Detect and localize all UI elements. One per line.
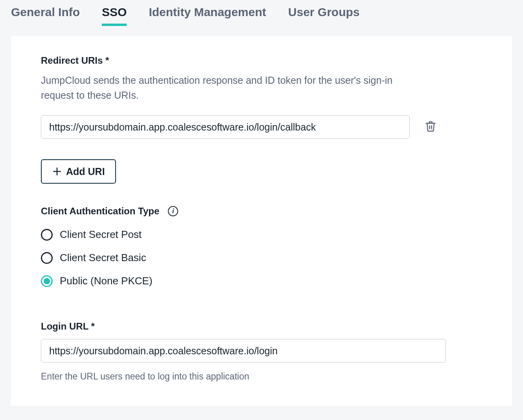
tab-sso[interactable]: SSO: [102, 6, 127, 26]
radio-client-secret-basic[interactable]: Client Secret Basic: [41, 252, 482, 264]
login-url-input[interactable]: [41, 339, 446, 363]
add-uri-button[interactable]: Add URI: [41, 159, 116, 184]
trash-icon[interactable]: [425, 120, 436, 134]
radio-circle-icon: [41, 229, 53, 241]
radio-label: Public (None PKCE): [60, 275, 153, 287]
redirect-uri-input[interactable]: [41, 115, 410, 139]
radio-circle-icon: [41, 252, 53, 264]
radio-public-none-pkce[interactable]: Public (None PKCE): [41, 275, 482, 287]
radio-label: Client Secret Basic: [60, 252, 146, 264]
redirect-uris-help: JumpCloud sends the authentication respo…: [41, 73, 426, 103]
tab-general-info[interactable]: General Info: [11, 6, 80, 26]
plus-icon: [52, 166, 62, 177]
add-uri-label: Add URI: [66, 166, 105, 177]
info-icon[interactable]: i: [168, 206, 178, 216]
tab-identity-management[interactable]: Identity Management: [149, 6, 266, 26]
redirect-uris-label: Redirect URIs *: [41, 55, 482, 66]
sso-panel: Redirect URIs * JumpCloud sends the auth…: [11, 36, 512, 406]
radio-circle-icon: [41, 275, 53, 287]
tab-user-groups[interactable]: User Groups: [288, 6, 360, 26]
client-auth-radio-group: Client Secret Post Client Secret Basic P…: [41, 228, 482, 287]
client-auth-type-text: Client Authentication Type: [41, 206, 159, 217]
tab-bar: General Info SSO Identity Management Use…: [0, 0, 523, 26]
radio-client-secret-post[interactable]: Client Secret Post: [41, 228, 482, 241]
login-url-hint: Enter the URL users need to log into thi…: [41, 371, 482, 382]
redirect-uri-row: [41, 115, 482, 139]
radio-label: Client Secret Post: [60, 228, 142, 241]
client-auth-type-label: Client Authentication Type i: [41, 206, 482, 217]
login-url-label: Login URL *: [41, 321, 482, 332]
